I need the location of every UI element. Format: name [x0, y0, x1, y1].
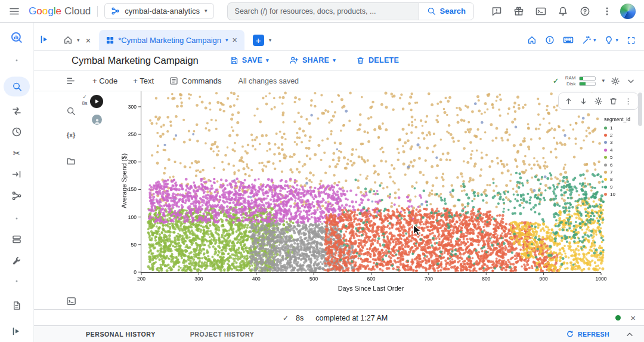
chart-legend: segment_id12345678910	[604, 116, 630, 198]
nav-search-active[interactable]	[4, 77, 30, 97]
legend-entry: 5	[604, 154, 630, 161]
move-cell-up-button[interactable]	[561, 94, 576, 109]
close-home-tab[interactable]: ×	[86, 36, 91, 45]
home-icon	[63, 35, 73, 45]
magic-assist-button[interactable]: ▾	[582, 35, 596, 45]
notebook-files-button[interactable]	[61, 156, 81, 166]
collapse-history-button[interactable]	[625, 329, 634, 339]
delete-cell-button[interactable]	[606, 94, 621, 109]
home-tab[interactable]	[63, 35, 73, 45]
home-button[interactable]	[527, 35, 537, 45]
nav-separator-dot	[16, 281, 18, 282]
x-tick-label: 200	[137, 276, 145, 282]
close-status-button[interactable]: ×	[630, 313, 636, 322]
add-text-button[interactable]: + Text	[133, 76, 154, 85]
y-tick-label: 150	[128, 186, 137, 192]
commands-button[interactable]: Commands	[169, 76, 221, 85]
legend-entry: 7	[604, 168, 630, 175]
move-cell-down-button[interactable]	[576, 94, 591, 109]
y-tick-label: 100	[128, 214, 137, 220]
project-name: cymbal-data-analytics	[125, 7, 200, 16]
gift-icon[interactable]	[507, 1, 530, 22]
collapse-toolbar-button[interactable]	[626, 76, 636, 86]
page-title: Cymbal Marketing Campaign	[72, 55, 199, 66]
settings-gear-button[interactable]	[611, 76, 620, 86]
add-code-button[interactable]: + Code	[92, 76, 117, 85]
run-cell-button[interactable]	[90, 95, 103, 108]
nav-admin-tools[interactable]	[11, 255, 22, 266]
fullscreen-button[interactable]	[627, 36, 636, 45]
chevron-down-icon: ▾	[333, 58, 336, 63]
new-tab-button[interactable]: +	[253, 35, 264, 46]
notebook-find-button[interactable]	[61, 106, 81, 116]
user-avatar[interactable]	[620, 4, 636, 19]
close-tab[interactable]: ×	[233, 36, 237, 44]
suggestions-button[interactable]: ▾	[604, 35, 618, 45]
legend-entry: 9	[604, 183, 630, 190]
scissors-icon: ✂	[13, 149, 21, 158]
chevron-down-icon[interactable]: ▾	[77, 38, 80, 43]
tab-personal-history[interactable]: PERSONAL HISTORY	[86, 331, 156, 338]
share-button[interactable]: SHARE ▾	[289, 56, 336, 65]
terminal-icon	[66, 296, 76, 306]
nav-separator-dot	[16, 218, 18, 220]
search-field[interactable]	[227, 2, 419, 20]
arrow-down-icon	[579, 97, 588, 106]
output-scrollbar[interactable]	[638, 93, 642, 126]
stacked-rows-icon	[11, 234, 22, 245]
cell-settings-button[interactable]	[591, 94, 606, 109]
y-tick-label: 0	[134, 269, 137, 275]
legend-swatch	[604, 178, 607, 181]
nav-transfers[interactable]	[11, 106, 22, 116]
search-icon	[12, 82, 22, 92]
search-button[interactable]: Search	[419, 2, 474, 20]
expand-explorer-panel[interactable]	[39, 34, 50, 47]
resource-usage[interactable]: RAMDisk	[565, 75, 596, 87]
gear-icon	[594, 97, 603, 106]
chevron-down-icon[interactable]: ▾	[269, 38, 272, 43]
help-icon[interactable]	[574, 1, 596, 22]
bigquery-logo[interactable]	[10, 31, 23, 44]
global-search-input[interactable]	[234, 7, 413, 16]
info-button[interactable]	[545, 35, 555, 45]
execution-message: completed at 1:27 AM	[315, 314, 388, 322]
play-icon	[94, 98, 100, 104]
nav-data-prep[interactable]: ✂	[13, 149, 21, 158]
info-icon	[545, 35, 555, 45]
x-axis-label: Days Since Last Order	[338, 285, 404, 292]
x-tick-label: 300	[194, 276, 203, 282]
fullscreen-icon	[627, 36, 636, 45]
notifications-bell-icon[interactable]	[552, 1, 574, 22]
table-of-contents-button[interactable]	[66, 76, 76, 86]
notebook-terminal-button[interactable]	[61, 296, 81, 306]
nav-scheduled-queries[interactable]	[11, 127, 22, 137]
tab-cymbal-marketing-campaign[interactable]: *Cymbal Marketing Campaign ▾ ×	[99, 30, 244, 50]
delete-button[interactable]: DELETE	[356, 56, 399, 65]
cell-more-button[interactable]: ⋮	[621, 94, 636, 109]
tab-project-history[interactable]: PROJECT HISTORY	[190, 331, 255, 338]
left-nav-rail: ✂	[0, 22, 34, 342]
nav-monitoring-report[interactable]	[12, 301, 22, 311]
chevron-down-icon[interactable]: ▾	[602, 78, 605, 84]
hamburger-menu-icon[interactable]	[0, 6, 29, 17]
wrench-icon	[11, 255, 22, 266]
nav-capacity[interactable]	[11, 234, 22, 245]
check-icon: ✓	[283, 314, 289, 322]
nav-pipelines[interactable]	[11, 169, 22, 180]
arrow-up-icon	[564, 97, 573, 106]
collapse-left-panel[interactable]	[11, 326, 22, 337]
shortcuts-button[interactable]	[563, 35, 574, 45]
chevron-down-icon[interactable]: ▾	[225, 38, 228, 43]
legend-entry: 2	[604, 131, 630, 138]
notebook-variables-button[interactable]: {x}	[61, 131, 81, 138]
feedback-icon[interactable]	[485, 1, 507, 22]
more-vert-icon[interactable]	[596, 1, 618, 22]
legend-label: 3	[610, 140, 612, 145]
nav-data-sharing[interactable]	[11, 190, 22, 201]
runtime-controls: ✓ RAMDisk ▾	[553, 75, 636, 87]
refresh-button[interactable]: REFRESH	[566, 330, 609, 338]
cloud-shell-icon[interactable]	[530, 1, 552, 22]
save-button[interactable]: SAVE ▾	[230, 56, 269, 65]
chevron-up-icon	[625, 329, 634, 339]
project-selector[interactable]: cymbal-data-analytics ▾	[104, 3, 213, 19]
